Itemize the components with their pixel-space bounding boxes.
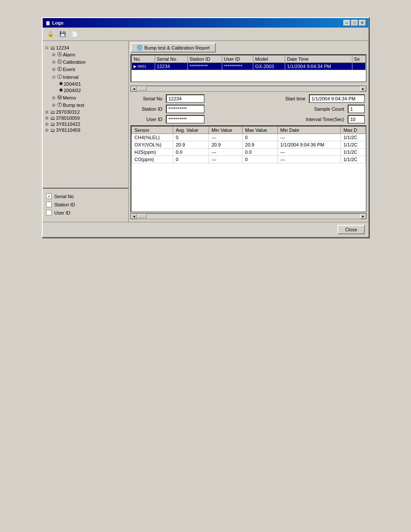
title-bar-controls: ─ □ ✕: [343, 20, 366, 26]
user-id-value[interactable]: **********: [166, 115, 205, 124]
start-time-label: Start time: [285, 96, 305, 101]
tree-root-3y8110422[interactable]: ⊞ 🗂 3Y8110422: [44, 121, 127, 127]
sensor-col-max: Max Value: [242, 127, 277, 134]
tree-root-row[interactable]: ⊟ 🗂 12234: [44, 45, 127, 51]
scroll-left-arrow[interactable]: ◄: [131, 86, 137, 91]
folder-icon-5: 🗂: [50, 128, 55, 133]
interval-label: Interval: [63, 75, 78, 80]
col-user-id: User ID: [222, 56, 253, 63]
station-id-value[interactable]: **********: [166, 105, 205, 113]
root-3y8110459-label: 3Y8110459: [56, 128, 80, 133]
title-bar-text: 📋 Logs: [45, 20, 63, 25]
filter-station-id: Station ID: [46, 200, 125, 208]
sensor-name: CO(ppm): [132, 156, 173, 163]
cell-se: [352, 63, 365, 70]
sensor-name: H2S(ppm): [132, 149, 173, 156]
sample-count-label: Sample Count: [314, 106, 344, 112]
interval-icon: Ⓘ: [57, 74, 62, 80]
sensor-min: ---: [209, 149, 242, 156]
scroll-thumb[interactable]: [138, 86, 146, 90]
checkbox-station-id[interactable]: [46, 202, 52, 207]
main-content: ⊟ 🗂 12234 ⊞ Ⓐ Alarm ⊞ Ⓒ Cali: [43, 41, 368, 222]
sensor-max-d: 1/1/2C: [341, 149, 366, 156]
tree-interval-row[interactable]: ⊟ Ⓘ Interval: [51, 73, 127, 81]
tree-calibration[interactable]: ⊞ Ⓒ Calibration: [51, 58, 127, 65]
filter-user-id: User ID: [46, 208, 125, 217]
tree-alarm[interactable]: ⊞ Ⓐ Alarm: [51, 51, 127, 58]
col-model: Model: [253, 56, 285, 63]
bullet-icon-1: ✱: [59, 81, 63, 87]
sensor-min-date: 1/1/2004 9:04:36 PM: [277, 141, 341, 149]
bottom-scrollbar[interactable]: ◄ ►: [131, 213, 367, 219]
window-close-button[interactable]: ✕: [359, 20, 366, 26]
tree-expand-bump: ⊞: [52, 103, 56, 107]
root-297030312-label: 297030312: [56, 109, 80, 115]
cell-no: ▶ 0001: [132, 63, 155, 70]
sensor-table-row[interactable]: H2S(ppm) 0.0 --- 0.0 --- 1/1/2C: [132, 149, 366, 156]
scroll-thumb-2[interactable]: [138, 214, 146, 218]
main-table: No. Serial No Station ID User ID Model D…: [131, 55, 366, 70]
tree-2004-01[interactable]: ✱ 2004/01: [58, 81, 127, 87]
report-button-label: Bump test & Calibration Report: [144, 45, 210, 50]
start-time-value[interactable]: 1/1/2004 9:04:34 PM: [309, 94, 365, 103]
data-grid[interactable]: No. Serial No Station ID User ID Model D…: [131, 54, 367, 82]
sensor-table-area[interactable]: Sensor Avg. Value Min Value Max Value Mi…: [131, 125, 367, 212]
scroll-left-arrow-2[interactable]: ◄: [131, 214, 137, 219]
col-station-id: Station ID: [187, 56, 222, 63]
lock-button[interactable]: 🔒: [45, 29, 56, 39]
col-no: No.: [132, 56, 155, 63]
tree-memo[interactable]: ⊞ Ⓜ Memo: [51, 94, 127, 101]
scroll-right-arrow[interactable]: ►: [360, 86, 366, 91]
memo-label: Memo: [63, 95, 76, 100]
sensor-table: Sensor Avg. Value Min Value Max Value Mi…: [131, 126, 366, 163]
sensor-max: 0: [242, 134, 277, 141]
expand-icon: ⊟: [45, 46, 50, 50]
sensor-min-date: ---: [277, 134, 341, 141]
sensor-table-row[interactable]: CO(ppm) 0 --- 0 --- 1/1/2C: [132, 156, 366, 163]
report-icon: 🌐: [137, 45, 143, 50]
save-button[interactable]: 💾: [57, 29, 68, 39]
tree-root-3y8110459[interactable]: ⊞ 🗂 3Y8110459: [44, 127, 127, 133]
top-scrollbar[interactable]: ◄ ►: [131, 86, 367, 92]
right-panel: 🌐 Bump test & Calibration Report No. Ser…: [129, 41, 368, 222]
folder-icon-2: 🗂: [50, 109, 55, 115]
memo-icon: Ⓜ: [57, 94, 62, 101]
sample-count-value[interactable]: 1: [348, 105, 365, 113]
interval-2004-01-label: 2004/01: [64, 81, 81, 87]
tree-root-297030312[interactable]: ⊞ 🗂 297030312: [44, 109, 127, 115]
root-3y8110422-label: 3Y8110422: [56, 121, 80, 127]
tree-root-label: 12234: [56, 45, 69, 50]
sensor-table-row[interactable]: OXY(VOL%) 20.9 20.9 20.9 1/1/2004 9:04:3…: [132, 141, 366, 149]
folder-icon-3: 🗂: [50, 115, 55, 121]
serial-no-value[interactable]: 12234: [166, 94, 205, 103]
new-button[interactable]: 📄: [69, 29, 80, 39]
main-window: 📋 Logs ─ □ ✕ 🔒 💾 📄 ⊟: [42, 17, 369, 238]
start-time-right: Start time 1/1/2004 9:04:34 PM: [285, 94, 365, 103]
station-id-row: Station ID ********** Sample Count 1: [132, 105, 365, 113]
sensor-max: 0: [242, 156, 277, 163]
bump-icon: Ⓣ: [57, 102, 62, 108]
sensor-table-row[interactable]: CH4(%LEL) 0 --- 0 --- 1/1/2C: [132, 134, 366, 141]
checkbox-serial-no[interactable]: [46, 193, 52, 199]
close-button[interactable]: Close: [337, 225, 365, 234]
tree-bump-test[interactable]: ⊞ Ⓣ Bump test: [51, 101, 127, 109]
report-button[interactable]: 🌐 Bump test & Calibration Report: [131, 43, 216, 53]
scroll-right-arrow-2[interactable]: ►: [360, 214, 366, 219]
table-row[interactable]: ▶ 0001 12234 ********** ********** GX-20…: [132, 63, 366, 70]
tree-2004-02[interactable]: ✱ 2004/02: [58, 87, 127, 93]
tree-root-378010059[interactable]: ⊞ 🗂 378010059: [44, 115, 127, 121]
interval-value[interactable]: 10: [348, 115, 365, 124]
filter-user-id-label: User ID: [54, 210, 70, 215]
toolbar: 🔒 💾 📄: [43, 28, 368, 41]
checkbox-user-id[interactable]: [46, 210, 52, 215]
sensor-min-date: ---: [277, 156, 341, 163]
tree-event[interactable]: ⊞ Ⓔ Event: [51, 65, 127, 73]
save-icon: 💾: [59, 31, 66, 37]
maximize-button[interactable]: □: [351, 20, 358, 26]
sensor-max-d: 1/1/2C: [341, 156, 366, 163]
minimize-button[interactable]: ─: [343, 20, 350, 26]
sensor-max-d: 1/1/2C: [341, 141, 366, 149]
sensor-avg: 20.9: [173, 141, 209, 149]
tree-expand-interval: ⊟: [52, 75, 56, 79]
sensor-max-d: 1/1/2C: [341, 134, 366, 141]
